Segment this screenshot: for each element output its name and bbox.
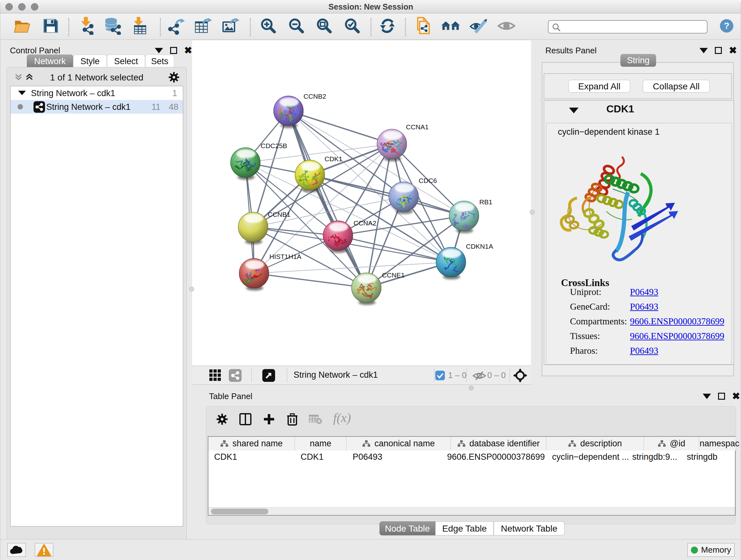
svg-text:CDC25B: CDC25B — [261, 142, 287, 149]
svg-text:RB1: RB1 — [479, 198, 492, 206]
svg-text:CCNA1: CCNA1 — [406, 123, 428, 131]
svg-text:CDC6: CDC6 — [419, 177, 437, 184]
svg-text:?: ? — [724, 21, 729, 30]
svg-text:CCNB2: CCNB2 — [304, 92, 326, 100]
svg-text:CCNA2: CCNA2 — [354, 219, 376, 227]
svg-text:CCNB1: CCNB1 — [268, 211, 290, 218]
svg-text:CCNE1: CCNE1 — [382, 271, 405, 279]
svg-text:HIST1H1A: HIST1H1A — [269, 253, 301, 260]
svg-text:CDKN1A: CDKN1A — [466, 243, 493, 250]
svg-text:CDK1: CDK1 — [325, 155, 342, 163]
